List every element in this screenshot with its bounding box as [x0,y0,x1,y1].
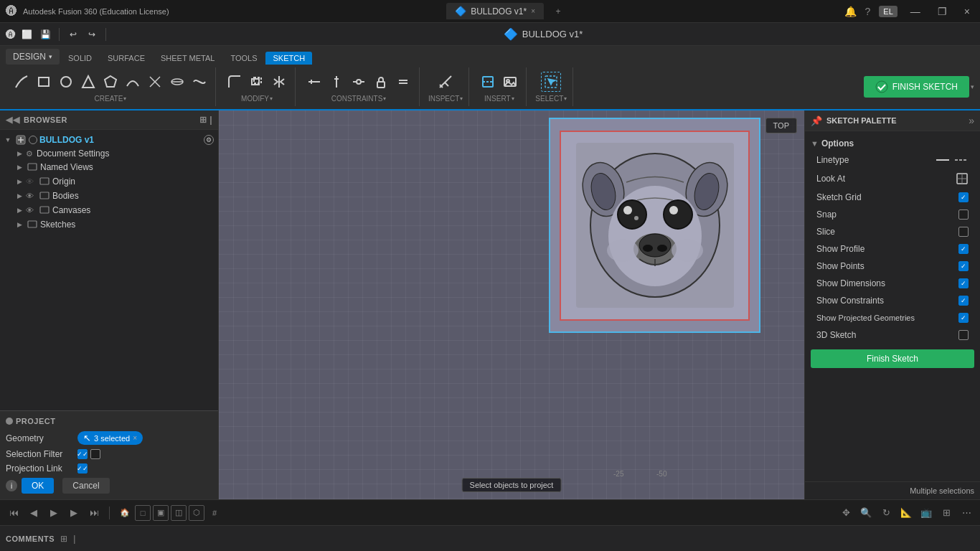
tree-item-sketches[interactable]: ▶ Sketches [0,217,218,232]
origin-arrow-icon[interactable]: ▶ [14,176,24,187]
3d-sketch-checkbox[interactable] [958,330,969,340]
orbit-tool-icon[interactable]: ↻ [878,505,894,521]
horizontal-constraint[interactable] [304,72,324,92]
tree-item-document-settings[interactable]: ▶ ⚙ Document Settings [0,147,218,160]
vertical-constraint[interactable] [326,72,347,92]
tab-close-icon[interactable]: × [531,7,535,15]
equal-constraint[interactable] [393,72,413,92]
triangle-tool[interactable] [78,72,98,92]
canvases-visibility-icon[interactable]: 👁 [24,205,34,215]
view-perspective-icon[interactable]: ⬡ [189,505,204,521]
minimize-button[interactable]: — [906,4,925,19]
constraints-group-label[interactable]: CONSTRAINTS ▾ [331,95,387,103]
design-dropdown[interactable]: DESIGN ▾ [6,49,60,65]
snap-checkbox[interactable] [958,209,969,220]
select-group-label[interactable]: SELECT ▾ [535,95,567,103]
canvases-arrow-icon[interactable]: ▶ [14,205,24,215]
show-dimensions-checkbox[interactable] [958,278,969,288]
tree-item-bodies[interactable]: ▶ 👁 Bodies [0,189,218,203]
maximize-button[interactable]: ❐ [933,4,951,19]
view-orientation-label[interactable]: TOP [765,118,797,133]
new-button[interactable]: ⬜ [19,27,34,42]
inspect-group-label[interactable]: INSPECT ▾ [428,95,463,103]
show-profile-checkbox[interactable] [958,244,969,254]
bodies-arrow-icon[interactable]: ▶ [14,191,24,201]
skip-forward-button[interactable]: ⏭ [86,505,102,521]
doc-settings-arrow-icon[interactable]: ▶ [14,149,24,159]
browser-pin-icon[interactable]: | [209,115,212,125]
project-tool[interactable] [167,72,187,92]
save-button[interactable]: 💾 [37,27,53,42]
skip-back-button[interactable]: ⏮ [6,505,22,521]
line-tool[interactable] [11,72,32,92]
view-top-icon[interactable]: ▣ [153,505,169,521]
project-geometry-tool[interactable] [478,72,498,92]
root-settings-icon[interactable]: ⚙ [204,135,214,145]
named-views-arrow-icon[interactable]: ▶ [14,162,24,172]
redo-button[interactable]: ↪ [84,27,100,42]
look-at-icon[interactable] [956,172,969,185]
display-icon[interactable]: 📺 [918,505,934,521]
coincident-constraint[interactable] [349,72,369,92]
view-home-icon[interactable]: 🏠 [117,505,133,521]
grid-toggle-icon[interactable]: # [207,505,222,521]
mirror-tool[interactable] [269,72,289,92]
options-section-header[interactable]: ▼ Options [805,136,980,151]
ok-button[interactable]: OK [22,478,54,494]
sketch-grid-checkbox[interactable] [958,192,969,202]
user-avatar[interactable]: EL [879,6,897,17]
active-tab[interactable]: 🔷 BULLDOG v1* × [446,3,544,19]
origin-visibility-icon[interactable]: 👁 [24,176,34,187]
modify-group-label[interactable]: MODIFY ▾ [241,95,273,103]
view-front-icon[interactable]: □ [135,505,151,521]
palette-finish-sketch-button[interactable]: Finish Sketch [811,349,974,368]
tree-item-canvases[interactable]: ▶ 👁 Canvases [0,203,218,217]
tab-solid[interactable]: SOLID [61,52,99,65]
rectangle-tool[interactable] [34,72,54,92]
step-back-button[interactable]: ◀ [26,505,42,521]
root-collapse-icon[interactable]: ▼ [3,135,13,145]
tab-sheet-metal[interactable]: SHEET METAL [154,52,222,65]
root-visibility-icon[interactable] [29,136,37,144]
polygon-tool[interactable] [100,72,121,92]
tab-sketch[interactable]: SKETCH [265,52,312,65]
trim-tool[interactable] [145,72,165,92]
help-icon[interactable]: ? [865,6,871,17]
browser-expand-icon[interactable]: ⊞ [199,115,207,125]
view-right-icon[interactable]: ◫ [171,505,187,521]
measure-tool[interactable] [435,72,456,92]
clear-selection-button[interactable]: × [133,434,137,442]
more-icon[interactable]: ⋯ [958,505,974,521]
linetype-icon-1[interactable] [936,155,950,165]
linetype-icon-2[interactable] [954,155,969,165]
tree-item-origin[interactable]: ▶ 👁 Origin [0,174,218,189]
slice-checkbox[interactable] [958,227,969,237]
tree-item-named-views[interactable]: ▶ Named Views [0,160,218,174]
palette-collapse-button[interactable]: » [969,115,974,126]
show-points-checkbox[interactable] [958,261,969,271]
cancel-button[interactable]: Cancel [62,478,109,494]
close-button[interactable]: × [960,4,974,19]
finish-sketch-button[interactable]: FINISH SKETCH [864,76,969,98]
measure-icon[interactable]: 📐 [898,505,914,521]
projection-link-checkbox[interactable]: ✓ [77,463,88,474]
tab-tools[interactable]: TOOLS [223,52,264,65]
browser-collapse-icon[interactable]: ◀◀ [6,115,19,125]
canvas-area[interactable]: -25 -50 -75 -100 -125 [219,110,804,499]
info-button[interactable]: i [6,480,17,491]
bodies-visibility-icon[interactable]: 👁 [24,191,34,201]
select-tool[interactable] [541,72,561,92]
tab-surface[interactable]: SURFACE [100,52,152,65]
lock-constraint[interactable] [371,72,391,92]
selection-filter-check-1[interactable]: ✓ [77,449,88,459]
new-tab-button[interactable]: + [550,3,567,20]
step-forward-button[interactable]: ▶ [66,505,82,521]
selection-filter-check-2[interactable] [90,449,100,459]
insert-group-label[interactable]: INSERT ▾ [484,95,514,103]
sketches-arrow-icon[interactable]: ▶ [14,220,24,230]
notification-icon[interactable]: 🔔 [844,6,857,17]
create-group-label[interactable]: CREATE ▾ [95,95,127,103]
grid-icon[interactable]: ⊞ [938,505,954,521]
zoom-tool-icon[interactable]: 🔍 [858,505,874,521]
pan-tool-icon[interactable]: ✥ [838,505,854,521]
